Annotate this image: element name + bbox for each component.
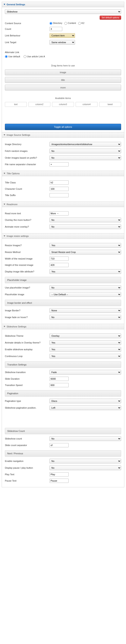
transition-speed-input[interactable] bbox=[49, 383, 69, 387]
title-class-input[interactable] bbox=[49, 180, 69, 185]
fade-hover-label: Image fade on hover? bbox=[5, 316, 49, 318]
chevron-down-icon bbox=[4, 236, 5, 237]
use-placeholder-label: Use placeholder image? bbox=[5, 286, 49, 289]
title-suffix-input[interactable] bbox=[49, 193, 69, 197]
count-separator-input[interactable] bbox=[49, 443, 69, 447]
display-title-attr-label: Display image title attribute? bbox=[5, 270, 49, 273]
pause-text-input[interactable] bbox=[49, 478, 69, 483]
resize-method-select[interactable]: Smart Resize and Crop bbox=[49, 250, 121, 254]
animate-more-select[interactable]: No bbox=[49, 224, 121, 229]
slideshow-theme-label: Slideshow Theme bbox=[5, 334, 49, 337]
fade-hover-select[interactable]: No bbox=[49, 315, 121, 320]
chevron-down-icon bbox=[4, 173, 5, 174]
animate-details-label: Animate details in Overlay theme? bbox=[5, 341, 49, 344]
pagination-position-select[interactable]: Left bbox=[49, 406, 121, 410]
slideshow-count-heading: Slideshow Count bbox=[5, 428, 121, 434]
slideshow-count-select[interactable]: No bbox=[49, 436, 121, 441]
enable-navigation-select[interactable]: No bbox=[49, 459, 121, 464]
count-separator-label: Slide count separator bbox=[5, 444, 49, 446]
resize-method-label: Resize Method bbox=[5, 251, 49, 253]
separator-input[interactable] bbox=[49, 162, 69, 166]
autoplay-select[interactable]: Yes bbox=[49, 347, 121, 352]
available-heading: Available items bbox=[5, 97, 121, 100]
transition-heading: Transition Settings bbox=[5, 362, 121, 368]
slideshow-transition-label: Slideshow transition bbox=[5, 371, 49, 374]
read-more-text-input[interactable] bbox=[49, 211, 69, 216]
avail-item[interactable]: column4 bbox=[76, 102, 98, 107]
section-title: Image Source Settings bbox=[7, 134, 30, 136]
section-title: Title Options bbox=[7, 172, 20, 175]
char-count-label: Character Count bbox=[5, 188, 49, 190]
avail-item[interactable]: tweet bbox=[99, 102, 121, 107]
set-default-button[interactable]: Set default options bbox=[100, 16, 121, 20]
pause-play-select[interactable]: No bbox=[49, 466, 121, 470]
pagination-heading: Pagination bbox=[5, 390, 121, 396]
image-directory-select[interactable]: /images/stories/democontent/slideshow bbox=[49, 142, 121, 146]
radio-use-article-link-a[interactable]: Use article Link A bbox=[24, 55, 45, 58]
count-label: Count bbox=[5, 28, 49, 30]
section-title: Readmore bbox=[7, 203, 17, 206]
image-directory-label: Image Directory bbox=[5, 143, 49, 146]
radio-content[interactable]: Content bbox=[65, 22, 76, 25]
section-image-source-header[interactable]: Image Source Settings bbox=[2, 132, 124, 138]
radio-directory[interactable]: Directory bbox=[49, 22, 62, 25]
transition-speed-label: Transition Speed bbox=[5, 384, 49, 386]
pause-text-label: Pause Text bbox=[5, 480, 49, 482]
drag-item[interactable]: more bbox=[5, 84, 121, 90]
section-image-resize-header[interactable]: Image resize settings bbox=[2, 233, 124, 239]
avail-item[interactable]: column2 bbox=[28, 102, 50, 107]
drag-item[interactable]: title bbox=[5, 77, 121, 83]
link-behaviour-select[interactable]: Content item bbox=[49, 33, 75, 38]
overlay-more-label: Overlay the more button? bbox=[5, 219, 49, 221]
link-behaviour-label: Link Behaviour bbox=[5, 34, 49, 37]
section-readmore-header[interactable]: Readmore bbox=[2, 202, 124, 207]
chevron-down-icon bbox=[4, 134, 5, 136]
pagination-position-label: Slideshow pagination position. bbox=[5, 406, 49, 409]
play-text-input[interactable] bbox=[49, 472, 69, 476]
avail-item[interactable]: column3 bbox=[52, 102, 74, 107]
avail-item[interactable]: text bbox=[5, 102, 27, 107]
height-input[interactable] bbox=[49, 263, 69, 267]
fetch-random-select[interactable]: No bbox=[49, 149, 121, 153]
slideshow-count-label: Slideshow count bbox=[5, 437, 49, 440]
display-title-attr-select[interactable]: Yes bbox=[49, 269, 121, 274]
order-prefix-label: Order images based on prefix? bbox=[5, 156, 49, 159]
resize-images-select[interactable]: Yes bbox=[49, 243, 121, 248]
loop-select[interactable]: Yes bbox=[49, 354, 121, 358]
radio-use-default[interactable]: Use default bbox=[5, 55, 20, 58]
slideshow-theme-select[interactable]: Overlay bbox=[49, 334, 121, 338]
use-placeholder-select[interactable]: No bbox=[49, 285, 121, 290]
border-effect-heading: Image border and effect bbox=[5, 300, 121, 306]
width-input[interactable] bbox=[49, 256, 69, 261]
order-prefix-select[interactable]: No bbox=[49, 156, 121, 160]
animate-details-select[interactable]: Yes bbox=[49, 340, 121, 345]
read-more-text-label: Read more text bbox=[5, 212, 49, 215]
drag-item[interactable]: image bbox=[5, 69, 121, 75]
loop-label: Continuous Loop bbox=[5, 355, 49, 358]
section-title-options-header[interactable]: Title Options bbox=[2, 171, 124, 176]
radio-k2[interactable]: K2 bbox=[78, 22, 84, 25]
pagination-type-select[interactable]: Discs bbox=[49, 399, 121, 403]
pause-play-label: Display pause / play button bbox=[5, 466, 49, 469]
count-input[interactable] bbox=[49, 27, 62, 31]
title-class-label: Title Class bbox=[5, 181, 49, 184]
placeholder-image-select[interactable]: -- Use Default -- bbox=[49, 292, 121, 297]
overlay-more-select[interactable]: No bbox=[49, 218, 121, 222]
image-border-select[interactable]: None bbox=[49, 308, 121, 313]
char-count-input[interactable] bbox=[49, 187, 69, 191]
section-slideshow-header[interactable]: Slideshow Settings bbox=[2, 324, 124, 329]
slide-duration-label: Slide Duration bbox=[5, 378, 49, 380]
placeholder-image-label: Placeholder image bbox=[5, 293, 49, 296]
module-type-select[interactable]: Slideshow bbox=[5, 9, 121, 14]
slideshow-transition-select[interactable]: Fade bbox=[49, 370, 121, 374]
slide-duration-input[interactable] bbox=[49, 377, 69, 381]
link-target-select[interactable]: Same window bbox=[49, 40, 75, 45]
section-title: Slideshow Settings bbox=[7, 325, 26, 328]
placeholder-image-heading: Placeholder image bbox=[5, 277, 121, 283]
toggle-all-button[interactable]: Toggle all options bbox=[5, 124, 121, 130]
separator-label: File name separator character bbox=[5, 163, 49, 166]
image-border-label: Image Border? bbox=[5, 309, 49, 312]
content-source-label: Content Source bbox=[5, 22, 49, 24]
section-general-header[interactable]: General Settings bbox=[2, 2, 124, 7]
fetch-random-label: Fetch random images bbox=[5, 150, 49, 152]
